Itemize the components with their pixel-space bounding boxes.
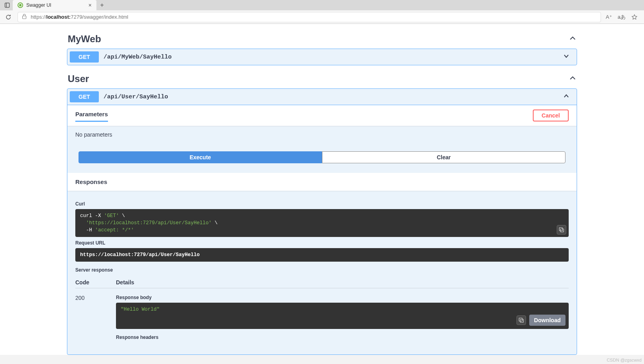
browser-tab[interactable]: Swagger UI × bbox=[13, 0, 96, 10]
clear-button[interactable]: Clear bbox=[322, 151, 565, 163]
tag-title: MyWeb bbox=[68, 33, 101, 45]
response-headers-label: Response headers bbox=[116, 335, 569, 340]
parameters-body: No parameters bbox=[67, 126, 577, 143]
response-details: Response body "Hello World" Download Res… bbox=[116, 295, 569, 342]
svg-rect-6 bbox=[519, 318, 522, 321]
execute-button[interactable]: Execute bbox=[79, 151, 322, 163]
responses-title: Responses bbox=[75, 178, 569, 185]
parameters-header: Parameters Cancel bbox=[67, 105, 577, 126]
close-tab-button[interactable]: × bbox=[88, 2, 92, 8]
col-code-header: Code bbox=[75, 279, 100, 286]
parameters-tab[interactable]: Parameters bbox=[75, 109, 108, 122]
col-details-header: Details bbox=[116, 279, 134, 286]
url-input[interactable]: https://localhost:7279/swagger/index.htm… bbox=[18, 12, 601, 22]
tag-header-myweb[interactable]: MyWeb bbox=[67, 32, 577, 49]
read-aloud-icon[interactable]: A⁺ bbox=[606, 14, 612, 20]
url-scheme: https:// bbox=[31, 14, 46, 20]
request-url-value: https://localhost:7279/api/User/SayHello bbox=[75, 248, 569, 262]
response-code: 200 bbox=[75, 295, 100, 342]
response-body-text: "Hello World" bbox=[121, 307, 160, 312]
server-response-label: Server response bbox=[75, 267, 569, 273]
chevron-up-icon bbox=[563, 93, 574, 101]
url-path: 7279/swagger/index.html bbox=[71, 14, 128, 20]
op-summary[interactable]: GET /api/User/SayHello bbox=[67, 89, 577, 105]
tab-title: Swagger UI bbox=[26, 2, 85, 8]
svg-rect-4 bbox=[560, 228, 563, 231]
copy-curl-button[interactable] bbox=[557, 225, 566, 235]
translate-icon[interactable]: aあ bbox=[618, 14, 626, 21]
op-summary[interactable]: GET /api/MyWeb/SayHello bbox=[67, 49, 577, 65]
method-badge: GET bbox=[70, 51, 99, 63]
new-tab-button[interactable]: + bbox=[96, 2, 108, 9]
method-badge: GET bbox=[70, 91, 99, 102]
op-path: /api/MyWeb/SayHello bbox=[104, 54, 558, 61]
swagger-favicon bbox=[18, 2, 23, 8]
response-table-header: Code Details bbox=[75, 275, 569, 288]
execute-row: Execute Clear bbox=[67, 143, 577, 173]
curl-command: curl -X 'GET' \ 'https://localhost:7279/… bbox=[75, 209, 569, 237]
cancel-button[interactable]: Cancel bbox=[533, 110, 569, 121]
curl-label: Curl bbox=[75, 201, 569, 207]
op-path: /api/User/SayHello bbox=[104, 94, 558, 100]
response-body-box: "Hello World" Download bbox=[116, 303, 569, 329]
address-bar: https://localhost:7279/swagger/index.htm… bbox=[0, 10, 644, 24]
page: MyWeb GET /api/MyWeb/SayHello User GET /… bbox=[0, 24, 644, 355]
response-body-label: Response body bbox=[116, 295, 569, 300]
watermark: CSDN @zgscwxd bbox=[607, 358, 642, 361]
favorite-icon[interactable] bbox=[631, 14, 638, 20]
url-host: localhost: bbox=[46, 14, 71, 20]
responses-header: Responses bbox=[67, 173, 577, 191]
copy-response-button[interactable] bbox=[516, 315, 526, 325]
tab-bar: Swagger UI × + bbox=[0, 0, 644, 10]
responses-body: Curl curl -X 'GET' \ 'https://localhost:… bbox=[67, 191, 577, 354]
chevron-down-icon bbox=[563, 53, 574, 61]
download-button[interactable]: Download bbox=[529, 315, 565, 326]
tag-title: User bbox=[68, 73, 89, 84]
svg-rect-5 bbox=[520, 319, 524, 323]
svg-rect-3 bbox=[561, 229, 564, 232]
browser-chrome: Swagger UI × + https://localhost:7279/sw… bbox=[0, 0, 644, 24]
chevron-up-icon bbox=[569, 35, 576, 43]
svg-rect-0 bbox=[5, 3, 10, 8]
reload-button[interactable] bbox=[4, 13, 13, 22]
opblock-myweb-sayhello: GET /api/MyWeb/SayHello bbox=[67, 49, 577, 65]
opblock-user-sayhello: GET /api/User/SayHello Parameters Cancel… bbox=[67, 88, 577, 355]
tabs-overview-button[interactable] bbox=[2, 0, 13, 10]
lock-icon bbox=[22, 14, 27, 20]
op-body: Parameters Cancel No parameters Execute … bbox=[67, 105, 577, 354]
chevron-up-icon bbox=[569, 74, 576, 83]
no-parameters-text: No parameters bbox=[75, 131, 112, 138]
url-text: https://localhost:7279/swagger/index.htm… bbox=[31, 14, 128, 20]
tag-header-user[interactable]: User bbox=[67, 72, 577, 88]
response-row: 200 Response body "Hello World" Download… bbox=[75, 288, 569, 342]
request-url-label: Request URL bbox=[75, 240, 569, 246]
browser-toolbar-icons: A⁺ aあ bbox=[606, 14, 640, 21]
svg-rect-2 bbox=[23, 16, 26, 19]
